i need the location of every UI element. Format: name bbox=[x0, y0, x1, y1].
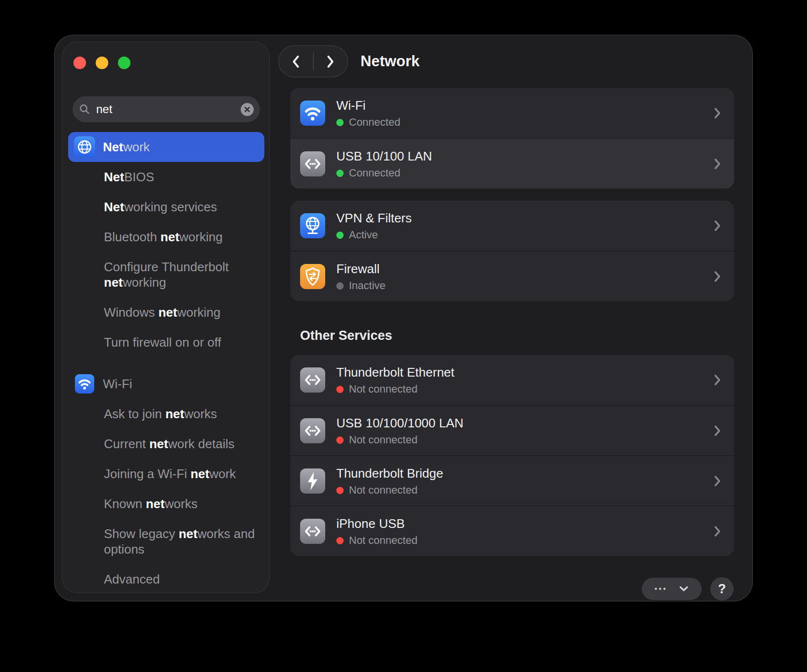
system-settings-window: NetworkNetBIOSNetworking servicesBluetoo… bbox=[54, 35, 753, 601]
sidebar-item-label: Known networks bbox=[104, 496, 198, 511]
status-dot bbox=[336, 437, 344, 444]
sidebar-item-advanced[interactable]: Advanced bbox=[68, 564, 264, 594]
service-row-usb-10-100-lan[interactable]: USB 10/100 LANConnected bbox=[290, 138, 734, 189]
status-text: Connected bbox=[349, 167, 400, 179]
ellipsis-icon: ••• bbox=[655, 585, 668, 592]
status-dot bbox=[336, 386, 344, 393]
service-status: Inactive bbox=[336, 279, 386, 292]
firewall-icon bbox=[300, 264, 325, 289]
sidebar-item-joining-a-wi-fi-network[interactable]: Joining a Wi-Fi network bbox=[68, 459, 264, 489]
service-row-firewall[interactable]: FirewallInactive bbox=[290, 251, 734, 301]
sidebar-item-label: Bluetooth networking bbox=[104, 229, 223, 245]
bolt-icon bbox=[300, 468, 325, 494]
status-dot bbox=[336, 537, 344, 544]
close-button[interactable] bbox=[73, 57, 86, 69]
status-dot bbox=[336, 487, 344, 494]
traffic-lights bbox=[62, 42, 269, 71]
service-title: Thunderbolt Ethernet bbox=[336, 365, 454, 380]
service-row-thunderbolt-ethernet[interactable]: Thunderbolt EthernetNot connected bbox=[290, 355, 734, 405]
chevron-right-icon bbox=[713, 525, 721, 538]
sidebar-item-label: Current network details bbox=[104, 436, 234, 452]
sidebar-item-label: Advanced bbox=[104, 571, 160, 587]
service-title: Wi-Fi bbox=[336, 98, 366, 113]
chevron-right-icon bbox=[713, 424, 721, 437]
service-row-thunderbolt-bridge[interactable]: Thunderbolt BridgeNot connected bbox=[290, 455, 734, 506]
ethernet-icon bbox=[300, 151, 325, 176]
minimize-button[interactable] bbox=[96, 57, 108, 69]
desktop: NetworkNetBIOSNetworking servicesBluetoo… bbox=[0, 0, 807, 672]
service-row-usb-10-100-1000-lan[interactable]: USB 10/100/1000 LANNot connected bbox=[290, 405, 734, 455]
search-input[interactable] bbox=[95, 102, 241, 117]
sidebar-item-label: Show legacy networks and options bbox=[104, 526, 264, 557]
sidebar: NetworkNetBIOSNetworking servicesBluetoo… bbox=[62, 42, 270, 593]
other-services-card: Thunderbolt EthernetNot connectedUSB 10/… bbox=[290, 355, 734, 556]
status-text: Not connected bbox=[349, 484, 418, 497]
vpn-icon bbox=[300, 213, 325, 238]
help-button[interactable]: ? bbox=[710, 577, 734, 600]
magnifier-icon bbox=[79, 103, 90, 115]
status-dot bbox=[336, 170, 344, 177]
wifi-icon bbox=[300, 101, 325, 126]
service-status: Connected bbox=[336, 116, 400, 129]
service-status: Not connected bbox=[336, 484, 418, 497]
sidebar-item-configure-thunderbolt-networking[interactable]: Configure Thunderbolt networking bbox=[68, 252, 264, 297]
sidebar-item-windows-networking[interactable]: Windows networking bbox=[68, 297, 264, 327]
service-title: VPN & Filters bbox=[336, 211, 412, 226]
service-title: Thunderbolt Bridge bbox=[336, 466, 443, 481]
search-field bbox=[72, 96, 260, 122]
sidebar-item-label: Network bbox=[103, 139, 150, 155]
sidebar-item-turn-firewall-on-or-off[interactable]: Turn firewall on or off bbox=[68, 327, 264, 357]
sidebar-item-current-network-details[interactable]: Current network details bbox=[68, 429, 264, 459]
sidebar-item-show-legacy-networks-and-options[interactable]: Show legacy networks and options bbox=[68, 519, 264, 564]
chevron-right-icon bbox=[713, 270, 721, 283]
more-options-button[interactable]: ••• bbox=[642, 578, 702, 600]
service-title: USB 10/100 LAN bbox=[336, 149, 432, 164]
other-services-heading: Other Services bbox=[300, 328, 392, 343]
sidebar-item-label: Joining a Wi-Fi network bbox=[104, 466, 236, 482]
status-text: Not connected bbox=[349, 383, 418, 395]
status-text: Not connected bbox=[349, 534, 418, 547]
forward-button[interactable] bbox=[314, 46, 348, 77]
sidebar-item-label: NetBIOS bbox=[104, 169, 154, 185]
ethernet-icon bbox=[300, 519, 325, 544]
ethernet-icon bbox=[300, 418, 325, 443]
service-row-iphone-usb[interactable]: iPhone USBNot connected bbox=[290, 506, 734, 556]
sidebar-item-bluetooth-networking[interactable]: Bluetooth networking bbox=[68, 222, 264, 252]
chevron-down-icon bbox=[679, 586, 689, 592]
sidebar-search-results: NetworkNetBIOSNetworking servicesBluetoo… bbox=[68, 132, 264, 594]
chevron-right-icon bbox=[713, 374, 721, 387]
status-dot bbox=[336, 119, 344, 126]
page-title: Network bbox=[360, 53, 419, 70]
sidebar-item-networking-services[interactable]: Networking services bbox=[68, 192, 264, 222]
question-mark-icon: ? bbox=[718, 582, 726, 597]
clear-icon bbox=[244, 106, 250, 113]
sidebar-item-network[interactable]: Network bbox=[68, 132, 264, 162]
sidebar-item-label: Configure Thunderbolt networking bbox=[104, 259, 264, 290]
service-title: iPhone USB bbox=[336, 516, 405, 531]
sidebar-item-label: Turn firewall on or off bbox=[104, 335, 221, 350]
service-status: Connected bbox=[336, 167, 400, 179]
vpn-firewall-card: VPN & FiltersActiveFirewallInactive bbox=[290, 201, 734, 301]
clear-search-button[interactable] bbox=[241, 103, 254, 116]
zoom-button[interactable] bbox=[118, 57, 130, 69]
chevron-right-icon bbox=[713, 219, 721, 233]
sidebar-item-netbios[interactable]: NetBIOS bbox=[68, 162, 264, 192]
status-dot bbox=[336, 282, 344, 290]
service-row-vpn-filters[interactable]: VPN & FiltersActive bbox=[290, 201, 734, 251]
sidebar-item-wi-fi[interactable]: Wi-Fi bbox=[68, 369, 264, 399]
service-title: USB 10/100/1000 LAN bbox=[336, 416, 463, 431]
back-button[interactable] bbox=[279, 46, 313, 77]
service-status: Not connected bbox=[336, 383, 418, 395]
chevron-right-icon bbox=[713, 107, 721, 120]
chevron-right-icon bbox=[713, 474, 721, 487]
sidebar-item-known-networks[interactable]: Known networks bbox=[68, 489, 264, 519]
service-status: Active bbox=[336, 229, 378, 241]
sidebar-item-ask-to-join-networks[interactable]: Ask to join networks bbox=[68, 399, 264, 429]
service-status: Not connected bbox=[336, 434, 418, 446]
wifi-app-icon bbox=[75, 374, 94, 394]
service-row-wi-fi[interactable]: Wi-FiConnected bbox=[290, 88, 734, 138]
sidebar-item-label: Wi-Fi bbox=[103, 376, 132, 392]
status-text: Active bbox=[349, 229, 378, 241]
service-status: Not connected bbox=[336, 534, 418, 547]
service-title: Firewall bbox=[336, 262, 380, 277]
